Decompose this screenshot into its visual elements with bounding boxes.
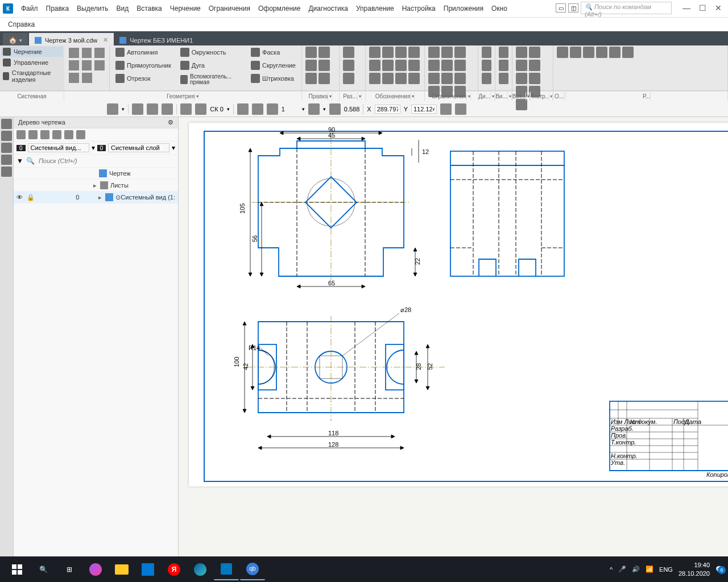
edge-icon[interactable] <box>188 559 213 580</box>
tool-autoline[interactable]: Автолиния <box>113 47 173 58</box>
tb-icon[interactable] <box>76 130 85 139</box>
scale-num[interactable]: 1 <box>282 106 299 113</box>
ribbon-icon[interactable] <box>428 73 440 84</box>
print-icon[interactable] <box>69 60 79 70</box>
kompas-icon[interactable] <box>214 559 239 580</box>
ribbon-icon[interactable] <box>609 47 621 58</box>
tb-icon[interactable] <box>40 130 49 139</box>
ribbon-icon[interactable] <box>441 47 453 58</box>
tool-circle[interactable]: Окружность <box>178 47 244 58</box>
new-icon[interactable] <box>69 48 79 58</box>
gear-icon[interactable]: ⚙ <box>168 119 173 126</box>
ribbon-icon[interactable] <box>382 60 394 71</box>
explorer-icon[interactable] <box>109 559 134 580</box>
menu-constraints[interactable]: Ограничения <box>205 2 254 15</box>
lock-icon[interactable]: 🔒 <box>27 194 37 201</box>
ribbon-icon[interactable] <box>516 47 527 58</box>
zoom-icon[interactable] <box>329 103 341 115</box>
grid-icon[interactable] <box>180 103 192 115</box>
layout-icon-2[interactable]: ◫ <box>568 3 578 13</box>
tool-icon[interactable] <box>252 103 263 115</box>
ribbon-icon[interactable] <box>482 73 491 84</box>
rail-icon[interactable] <box>1 131 12 141</box>
eyedropper-icon[interactable] <box>455 103 466 115</box>
menu-design[interactable]: Оформление <box>255 2 304 15</box>
menu-select[interactable]: Выделить <box>73 2 111 15</box>
mode-drawing[interactable]: Черчение <box>1 47 63 57</box>
ribbon-icon[interactable] <box>428 60 440 71</box>
close-button[interactable]: ✕ <box>712 3 725 13</box>
coord-y[interactable] <box>411 105 437 114</box>
tray-wifi-icon[interactable]: 📶 <box>646 566 653 573</box>
ribbon-icon[interactable] <box>395 73 407 84</box>
tray-chevron-icon[interactable]: ^ <box>610 566 613 573</box>
ribbon-icon[interactable] <box>529 47 540 58</box>
ribbon-icon[interactable] <box>583 47 594 58</box>
zoom-fit-icon[interactable] <box>308 103 320 115</box>
ribbon-icon[interactable] <box>499 73 508 84</box>
ribbon-icon[interactable] <box>305 60 317 71</box>
view-select[interactable]: Системный вид... <box>28 143 89 152</box>
ribbon-icon[interactable] <box>529 60 540 71</box>
tool-icon[interactable] <box>147 103 158 115</box>
menu-window[interactable]: Окно <box>488 2 511 15</box>
minimize-button[interactable]: — <box>680 3 693 13</box>
open-icon[interactable] <box>82 48 92 58</box>
layout-icon-1[interactable]: ▭ <box>556 3 566 13</box>
tray-volume-icon[interactable]: 🔊 <box>632 566 640 573</box>
ribbon-icon[interactable] <box>482 60 491 71</box>
tray-notifications-icon[interactable]: 💬6 <box>715 566 723 573</box>
tab-drawing-1[interactable]: Чертеж 3 мой.cdw✕ <box>29 33 114 45</box>
ribbon-icon[interactable] <box>382 47 394 58</box>
ribbon-icon[interactable] <box>343 60 354 71</box>
ribbon-icon[interactable] <box>441 73 453 84</box>
menu-view[interactable]: Вид <box>113 2 132 15</box>
ribbon-icon[interactable] <box>622 47 634 58</box>
filter-icon[interactable]: ▼ <box>16 157 23 165</box>
ribbon-icon[interactable] <box>408 60 420 71</box>
ribbon-icon[interactable] <box>454 60 466 71</box>
tool-icon[interactable] <box>162 103 173 115</box>
tool-icon[interactable] <box>237 103 249 115</box>
ribbon-icon[interactable] <box>499 47 508 58</box>
start-button[interactable] <box>5 559 30 580</box>
ribbon-icon[interactable] <box>529 73 540 84</box>
menu-settings[interactable]: Настройка <box>399 2 439 15</box>
tool-hatch[interactable]: Штриховка <box>249 73 298 84</box>
mode-manage[interactable]: Управление <box>1 57 63 68</box>
preview-icon[interactable] <box>82 60 92 70</box>
tool-aux[interactable]: Вспомогатель... прямая <box>178 73 244 86</box>
tree-drawing[interactable]: Чертеж <box>109 170 131 177</box>
drawing-canvas[interactable]: 90 45 12 105 56 22 65 <box>179 117 728 556</box>
menu-insert[interactable]: Вставка <box>133 2 166 15</box>
command-search[interactable]: 🔍 Поиск по командам (Alt+/) <box>581 2 672 14</box>
taskview-icon[interactable]: ⊞ <box>57 559 82 580</box>
ribbon-icon[interactable] <box>516 73 527 84</box>
redo-icon[interactable] <box>82 73 92 83</box>
tree-sysview[interactable]: Системный вид (1: <box>121 194 175 201</box>
undo-icon[interactable] <box>69 73 79 83</box>
ribbon-icon[interactable] <box>441 60 453 71</box>
cs-name[interactable]: СК 0 <box>210 106 224 113</box>
menu-edit[interactable]: Правка <box>43 2 73 15</box>
rail-icon[interactable] <box>1 119 12 129</box>
ribbon-icon[interactable] <box>369 60 380 71</box>
tool-chamfer[interactable]: Фаска <box>249 47 298 58</box>
ribbon-icon[interactable] <box>343 47 354 58</box>
tb-icon[interactable] <box>64 130 73 139</box>
ribbon-icon[interactable] <box>318 47 330 58</box>
ribbon-icon[interactable] <box>557 47 568 58</box>
ribbon-icon[interactable] <box>369 73 380 84</box>
ribbon-icon[interactable] <box>305 73 317 84</box>
rail-icon[interactable] <box>1 143 12 153</box>
ribbon-icon[interactable] <box>395 47 407 58</box>
expand-icon[interactable]: ▸ <box>98 194 105 201</box>
tool-fillet[interactable]: Скругление <box>249 60 298 71</box>
props-icon[interactable] <box>94 60 105 70</box>
eye-icon[interactable]: 👁 <box>16 194 27 201</box>
qbit-icon[interactable]: qb <box>240 559 265 580</box>
yandex-icon[interactable]: Я <box>162 559 187 580</box>
tray-clock[interactable]: 19:4028.10.2020 <box>679 561 710 577</box>
tool-rect[interactable]: Прямоугольник <box>113 60 173 71</box>
ribbon-icon[interactable] <box>408 47 420 58</box>
